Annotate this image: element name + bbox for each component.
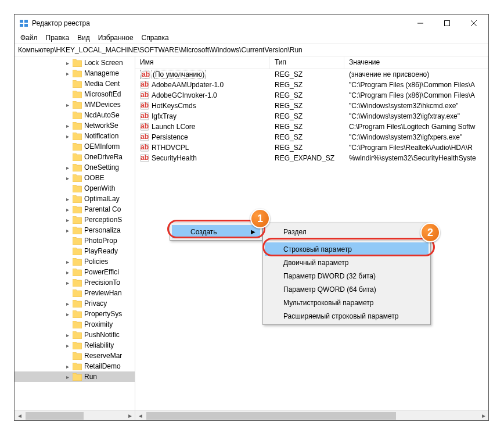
tree-item[interactable]: ▸Manageme <box>15 68 135 78</box>
expander-icon[interactable]: ▸ <box>64 269 71 276</box>
context-menu: Создать ▶ <box>170 223 262 241</box>
expander-icon[interactable]: ▸ <box>64 342 71 349</box>
svg-text:ab: ab <box>141 122 149 130</box>
list-row[interactable]: abIgfxTrayREG_SZ"C:\Windows\system32\igf… <box>135 111 488 121</box>
ctx-expand[interactable]: Расширяемый строковый параметр <box>265 309 429 323</box>
scroll-right-icon[interactable]: ▸ <box>125 411 135 421</box>
tree-item[interactable]: ▸PrecisionTo <box>15 277 135 288</box>
expander-icon[interactable]: ▸ <box>64 123 71 129</box>
tree-item[interactable]: Media Cent <box>15 78 135 89</box>
tree-item[interactable]: ▸Lock Screen <box>15 58 135 68</box>
tree-item[interactable]: ▸RetailDemo <box>15 361 135 371</box>
expander-icon[interactable]: ▸ <box>64 60 71 66</box>
scroll-left-icon[interactable]: ◂ <box>15 411 24 421</box>
tree-item[interactable]: ▸NetworkSe <box>15 120 135 131</box>
tree-item[interactable]: ▸PropertySys <box>15 309 135 319</box>
expander-icon[interactable]: ▸ <box>64 217 71 223</box>
tree-hscrollbar[interactable]: ◂ ▸ <box>15 410 135 420</box>
expander-icon[interactable]: ▸ <box>64 206 71 213</box>
minimize-button[interactable] <box>407 15 434 32</box>
ctx-multi[interactable]: Мультистроковый параметр <box>265 296 429 309</box>
menu-favorites[interactable]: Избранное <box>95 33 137 43</box>
expander-icon[interactable]: ▸ <box>64 374 71 380</box>
menu-file[interactable]: Файл <box>17 33 41 43</box>
menu-help[interactable]: Справка <box>138 33 172 43</box>
address-bar[interactable]: Компьютер\HKEY_LOCAL_MACHINE\SOFTWARE\Mi… <box>15 44 488 56</box>
tree-item[interactable]: ▸OptimalLay <box>15 194 135 204</box>
tree-item[interactable]: ▸OneSetting <box>15 162 135 173</box>
tree-item[interactable]: ▸PerceptionS <box>15 214 135 225</box>
expander-icon[interactable]: ▸ <box>64 133 71 140</box>
tree-item[interactable]: NcdAutoSe <box>15 110 135 120</box>
ctx-binary[interactable]: Двоичный параметр <box>265 256 429 269</box>
tree-item[interactable]: ▸Reliability <box>15 340 135 351</box>
expander-icon[interactable]: ▸ <box>64 259 71 265</box>
maximize-button[interactable] <box>434 15 460 32</box>
tree-item[interactable]: OEMInform <box>15 141 135 152</box>
tree-label: PlayReady <box>84 247 118 255</box>
expander-icon[interactable]: ▸ <box>64 363 71 370</box>
tree-item[interactable]: ▸PowerEffici <box>15 267 135 277</box>
expander-icon[interactable]: ▸ <box>64 280 71 286</box>
list-row[interactable]: ab(По умолчанию)REG_SZ(значение не присв… <box>135 69 488 80</box>
ctx-string[interactable]: Строковый параметр <box>265 242 429 256</box>
tree-item[interactable]: ▸PushNotific <box>15 330 135 340</box>
tree-item[interactable]: ▸Notification <box>15 131 135 141</box>
tree-item[interactable]: ▸OOBE <box>15 173 135 183</box>
tree-item[interactable]: ▸Parental Co <box>15 204 135 214</box>
list-row[interactable]: abAdobeGCInvoker-1.0REG_SZ"C:\Program Fi… <box>135 90 488 101</box>
ctx-dword[interactable]: Параметр DWORD (32 бита) <box>265 269 429 283</box>
menu-view[interactable]: Вид <box>74 33 93 43</box>
ctx-qword[interactable]: Параметр QWORD (64 бита) <box>265 283 429 296</box>
expander-icon[interactable]: ▸ <box>64 70 71 77</box>
scroll-right-icon[interactable]: ▸ <box>478 411 488 421</box>
svg-text:ab: ab <box>141 133 149 141</box>
tree-label: Personaliza <box>84 226 121 234</box>
folder-icon <box>73 363 82 370</box>
ctx-section[interactable]: Раздел <box>265 225 429 238</box>
folder-icon <box>73 289 82 297</box>
expander-icon[interactable]: ▸ <box>64 175 71 181</box>
expander-icon[interactable]: ▸ <box>64 332 71 338</box>
list-row[interactable]: abLaunch LCoreREG_SZC:\Program Files\Log… <box>135 121 488 132</box>
tree-item[interactable]: ▸Run <box>15 371 135 382</box>
list-row[interactable]: abAdobeAAMUpdater-1.0REG_SZ"C:\Program F… <box>135 80 488 90</box>
tree-item[interactable]: ▸Personaliza <box>15 225 135 235</box>
list-row[interactable]: abHotKeysCmdsREG_SZ"C:\Windows\system32\… <box>135 101 488 111</box>
tree-item[interactable]: ▸Privacy <box>15 298 135 309</box>
tree-item[interactable]: ReserveMar <box>15 351 135 361</box>
menu-edit[interactable]: Правка <box>42 33 73 43</box>
svg-rect-0 <box>20 20 23 23</box>
ctx-create[interactable]: Создать ▶ <box>172 225 260 238</box>
tree-item[interactable]: OneDriveRa <box>15 152 135 162</box>
tree-item[interactable]: PlayReady <box>15 246 135 256</box>
expander-icon[interactable]: ▸ <box>64 196 71 202</box>
list-row[interactable]: abSecurityHealthREG_EXPAND_SZ%windir%\sy… <box>135 153 488 163</box>
expander-icon[interactable]: ▸ <box>64 301 71 307</box>
expander-icon[interactable]: ▸ <box>64 165 71 171</box>
list-row[interactable]: abRTHDVCPLREG_SZ"C:\Program Files\Realte… <box>135 142 488 153</box>
col-name[interactable]: Имя <box>135 56 270 69</box>
svg-text:ab: ab <box>141 101 149 109</box>
close-button[interactable] <box>460 15 487 32</box>
tree-item[interactable]: MicrosoftEd <box>15 89 135 99</box>
tree-item[interactable]: ▸MMDevices <box>15 99 135 110</box>
cell-type: REG_SZ <box>270 112 344 120</box>
cell-value: "C:\Program Files (x86)\Common Files\A <box>344 81 488 89</box>
col-value[interactable]: Значение <box>344 56 488 69</box>
tree-item[interactable]: Proximity <box>15 319 135 330</box>
tree-pane[interactable]: ▸Lock Screen▸ManagemeMedia CentMicrosoft… <box>15 56 135 420</box>
expander-icon[interactable]: ▸ <box>64 102 71 108</box>
folder-icon <box>73 279 82 287</box>
list-hscrollbar[interactable]: ◂ ▸ <box>135 410 488 420</box>
tree-item[interactable]: OpenWith <box>15 183 135 194</box>
tree-label: PrecisionTo <box>84 278 120 287</box>
expander-icon[interactable]: ▸ <box>64 311 71 317</box>
list-row[interactable]: abPersistenceREG_SZ"C:\Windows\system32\… <box>135 132 488 142</box>
col-type[interactable]: Тип <box>270 56 344 69</box>
scroll-left-icon[interactable]: ◂ <box>135 411 145 421</box>
expander-icon[interactable]: ▸ <box>64 227 71 234</box>
tree-item[interactable]: PhotoProp <box>15 235 135 246</box>
tree-item[interactable]: ▸Policies <box>15 256 135 267</box>
tree-item[interactable]: PreviewHan <box>15 288 135 298</box>
